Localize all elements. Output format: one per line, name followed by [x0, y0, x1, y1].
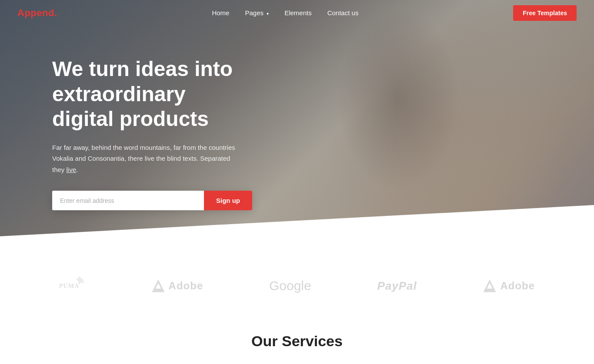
nav-elements[interactable]: Elements [284, 9, 312, 17]
paypal-logo: PayPal [377, 279, 417, 293]
nav-home[interactable]: Home [212, 9, 229, 17]
adobe-label-1: Adobe [169, 280, 204, 292]
hero-subtitle-text2: . [76, 166, 78, 173]
navbar: Append. Home Pages ▾ Elements Contact us… [0, 0, 594, 26]
hero-section: We turn ideas into extraordinary digital… [0, 0, 594, 256]
adobe-icon-2 [483, 279, 497, 293]
nav-contact[interactable]: Contact us [327, 9, 359, 17]
hero-signup-form: Sign up [52, 191, 252, 210]
puma-logo: PUMA [59, 274, 85, 298]
adobe-icon-1 [151, 279, 165, 293]
svg-text:PUMA: PUMA [59, 283, 79, 289]
site-logo[interactable]: Append. [17, 7, 57, 19]
logos-section: PUMA Adobe Google PayPal Adobe [0, 256, 594, 311]
nav-contact-link[interactable]: Contact us [327, 9, 359, 17]
hero-content: We turn ideas into extraordinary digital… [0, 0, 244, 210]
google-text: Google [269, 278, 311, 293]
hero-title: We turn ideas into extraordinary digital… [52, 56, 244, 132]
paypal-text: PayPal [377, 279, 417, 293]
nav-pages-label: Pages [245, 9, 264, 17]
hero-subtitle-text1: Far far away, behind the word mountains,… [52, 144, 235, 173]
google-logo: Google [269, 278, 311, 293]
nav-links: Home Pages ▾ Elements Contact us [212, 9, 358, 17]
adobe-logo-1: Adobe [151, 279, 204, 293]
hero-subtitle: Far far away, behind the word mountains,… [52, 142, 244, 175]
logo-dot: . [54, 7, 57, 18]
adobe-label-2: Adobe [500, 280, 535, 292]
logo-text: Append [17, 7, 54, 18]
puma-icon: PUMA [59, 274, 85, 298]
signup-button[interactable]: Sign up [204, 191, 252, 210]
email-input[interactable] [52, 191, 204, 210]
adobe-logo-2: Adobe [483, 279, 535, 293]
nav-home-link[interactable]: Home [212, 9, 229, 17]
nav-pages-link[interactable]: Pages ▾ [245, 9, 269, 17]
free-templates-button[interactable]: Free Templates [513, 5, 577, 21]
hero-subtitle-link[interactable]: live [67, 166, 77, 173]
nav-pages[interactable]: Pages ▾ [245, 9, 269, 17]
chevron-down-icon: ▾ [267, 11, 269, 16]
services-title: Our Services [26, 333, 568, 350]
services-section: Our Services [0, 311, 594, 358]
nav-elements-link[interactable]: Elements [284, 9, 312, 17]
